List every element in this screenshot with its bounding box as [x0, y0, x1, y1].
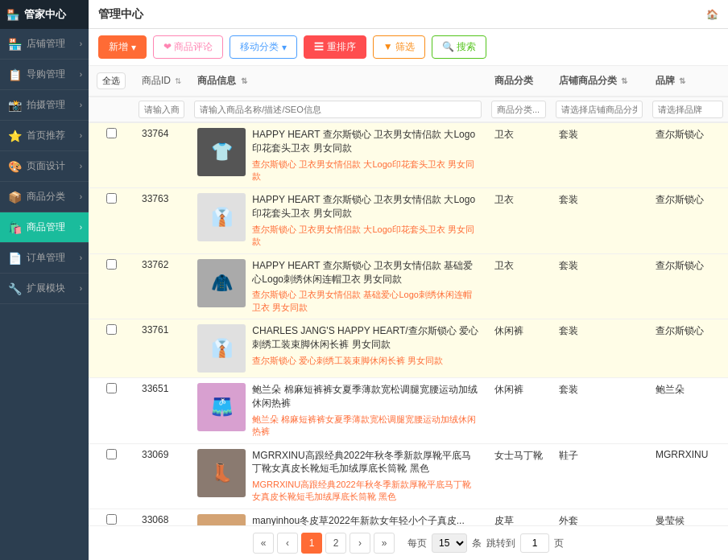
filter-id-cell [134, 97, 189, 122]
topbar-title: 管理中心 [98, 7, 143, 22]
home-icon[interactable]: 🏠 [706, 9, 718, 20]
table-row: 33651 🩳 鲍兰朵 棉麻短裤裤女夏季薄款宽松调腿宽腰运动加绒休闲热裤 鲍兰朵… [89, 378, 728, 443]
main-content: 管理中心 🏠 新增 ▾ ❤ 商品评论 移动分类 ▾ ☰ 重排序 ▼ 筛选 🔍 搜… [89, 0, 728, 560]
new-button[interactable]: 新增 ▾ [98, 35, 147, 59]
filter-id-input[interactable] [139, 101, 184, 118]
prev-page-btn[interactable]: ‹ [277, 533, 298, 554]
sidebar-item-home[interactable]: ⭐ 首页推荐 › [0, 121, 89, 151]
product-image: 🧥 [197, 259, 246, 307]
row-info: 👕 HAPPY HEART 查尔斯锁心 卫衣男女情侣款 大Logo印花套头卫衣 … [189, 122, 486, 188]
product-link[interactable]: MGRRXINU高跟经典2022年秋冬季新款厚靴平底马丁靴女真皮长靴短毛加绒厚底… [252, 479, 478, 504]
filter-row [89, 97, 728, 122]
row-checkbox[interactable] [106, 324, 117, 335]
page-1-btn[interactable]: 1 [301, 533, 322, 554]
products-icon: 🛍️ [8, 221, 22, 234]
store-icon: 🏪 [6, 9, 19, 21]
brand-sort-icon[interactable]: ⇅ [679, 76, 685, 85]
sidebar-item-category[interactable]: 📦 商品分类 › [0, 182, 89, 212]
row-category: 卫衣 [486, 122, 551, 188]
product-title: HAPPY HEART 查尔斯锁心 卫衣男女情侣款 大Logo印花套头卫衣 男女… [252, 128, 478, 155]
table-row: 33763 👔 HAPPY HEART 查尔斯锁心 卫衣男女情侣款 大Logo印… [89, 188, 728, 253]
product-link[interactable]: 查尔斯锁心 爱心刺绣工装束脚休闲长裤 男女同款 [252, 355, 478, 367]
sidebar-item-label: 商品分类 [27, 190, 65, 204]
row-store-category: 外套 [551, 509, 647, 525]
page-2-btn[interactable]: 2 [325, 533, 346, 554]
sidebar-item-label: 首页推荐 [27, 129, 65, 142]
product-link[interactable]: 查尔斯锁心 卫衣男女情侣款 大Logo印花套头卫衣 男女同款 [252, 159, 478, 183]
row-info: 👔 CHARLES JANG'S HAPPY HEART/查尔斯锁心 爱心刺绣工… [189, 319, 486, 378]
product-title: CHARLES JANG'S HAPPY HEART/查尔斯锁心 爱心刺绣工装束… [252, 324, 478, 352]
sort-button[interactable]: ☰ 重排序 [304, 35, 366, 59]
sidebar-item-extend[interactable]: 🔧 扩展模块 › [0, 274, 89, 304]
sidebar-item-label: 店铺管理 [27, 37, 65, 51]
per-page-select[interactable]: 15 20 50 [432, 533, 467, 553]
row-checkbox[interactable] [106, 514, 117, 525]
table-header-row: 全选 商品ID ⇅ 商品信息 ⇅ 商品分类 店铺商品分类 [89, 66, 728, 97]
table-row: 33764 👕 HAPPY HEART 查尔斯锁心 卫衣男女情侣款 大Logo印… [89, 122, 728, 188]
sidebar-item-guide[interactable]: 📋 导购管理 › [0, 60, 89, 90]
product-link[interactable]: 查尔斯锁心 卫衣男女情侣款 基础爱心Logo刺绣休闲连帽卫衣 男女同款 [252, 289, 478, 314]
filter-label: ▼ 筛选 [383, 40, 415, 54]
first-page-btn[interactable]: « [253, 533, 274, 554]
sort-label: ☰ 重排序 [314, 40, 355, 54]
info-sort-icon[interactable]: ⇅ [241, 76, 247, 85]
col-info: 商品信息 ⇅ [189, 66, 486, 97]
category-icon: 📦 [8, 191, 22, 204]
orders-icon: 📄 [8, 252, 22, 265]
filter-info-input[interactable] [194, 101, 482, 118]
row-checkbox[interactable] [106, 128, 117, 138]
row-category: 卫衣 [486, 188, 551, 253]
store-cat-sort-icon[interactable]: ⇅ [621, 76, 627, 85]
move-category-button[interactable]: 移动分类 ▾ [230, 35, 297, 59]
product-title: 鲍兰朵 棉麻短裤裤女夏季薄款宽松调腿宽腰运动加绒休闲热裤 [252, 383, 478, 410]
chevron-right-icon: › [80, 131, 82, 140]
row-checkbox[interactable] [106, 193, 117, 204]
row-id: 33763 [134, 188, 189, 253]
row-store-category: 套装 [551, 319, 647, 378]
sidebar-item-page[interactable]: 🎨 页面设计 › [0, 151, 89, 182]
product-link[interactable]: 鲍兰朵 棉麻短裤裤女夏季薄款宽松调腿宽腰运动加绒休闲热裤 [252, 414, 478, 439]
col-store-category: 店铺商品分类 ⇅ [551, 66, 647, 97]
id-sort-icon[interactable]: ⇅ [175, 76, 181, 85]
sidebar-item-orders[interactable]: 📄 订单管理 › [0, 243, 89, 274]
row-checkbox[interactable] [106, 383, 117, 393]
next-page-btn[interactable]: › [350, 533, 370, 554]
row-checkbox[interactable] [106, 259, 117, 270]
sidebar-item-strategy[interactable]: 📸 拍摄管理 › [0, 90, 89, 121]
row-brand: 查尔斯锁心 [647, 122, 728, 188]
product-title: HAPPY HEART 查尔斯锁心 卫衣男女情侣款 基础爱心Logo刺绣休闲连帽… [252, 259, 478, 286]
row-brand: 查尔斯锁心 [647, 319, 728, 378]
product-info-text: manyinhou冬皮草2022年新款女年轻小个子真皮... [252, 514, 478, 525]
product-title: HAPPY HEART 查尔斯锁心 卫衣男女情侣款 大Logo印花套头卫衣 男女… [252, 193, 478, 220]
chevron-right-icon: › [80, 101, 82, 109]
row-info: 👢 MGRRXINU高跟经典2022年秋冬季新款厚靴平底马丁靴女真皮长靴短毛加绒… [189, 443, 486, 509]
jump-input[interactable] [520, 533, 549, 553]
row-id: 33069 [134, 443, 189, 509]
product-info-text: HAPPY HEART 查尔斯锁心 卫衣男女情侣款 基础爱心Logo刺绣休闲连帽… [252, 259, 478, 314]
product-image: 👢 [197, 449, 246, 497]
last-page-btn[interactable]: » [374, 533, 395, 554]
toolbar: 新增 ▾ ❤ 商品评论 移动分类 ▾ ☰ 重排序 ▼ 筛选 🔍 搜索 [89, 29, 728, 66]
product-image: 🩳 [197, 383, 246, 431]
move-label: 移动分类 [240, 40, 279, 54]
table-row: 33762 🧥 HAPPY HEART 查尔斯锁心 卫衣男女情侣款 基础爱心Lo… [89, 253, 728, 319]
col-brand: 品牌 ⇅ [647, 66, 728, 97]
row-checkbox[interactable] [106, 449, 117, 459]
filter-button[interactable]: ▼ 筛选 [373, 35, 425, 59]
product-link[interactable]: 查尔斯锁心 卫衣男女情侣款 大Logo印花套头卫衣 男女同款 [252, 224, 478, 249]
sidebar-header: 🏪 管家中心 [0, 0, 89, 29]
home-icon: ⭐ [8, 130, 22, 142]
filter-category-input[interactable] [491, 101, 546, 118]
sidebar-item-products[interactable]: 🛍️ 商品管理 › [0, 212, 89, 243]
search-button[interactable]: 🔍 搜索 [432, 35, 486, 59]
store-icon: 🏪 [8, 38, 22, 51]
filter-brand-input[interactable] [652, 101, 723, 118]
select-all-button[interactable]: 全选 [97, 72, 126, 89]
table-row: 33069 👢 MGRRXINU高跟经典2022年秋冬季新款厚靴平底马丁靴女真皮… [89, 443, 728, 509]
review-button[interactable]: ❤ 商品评论 [153, 35, 223, 59]
sidebar-item-label: 拍摄管理 [27, 98, 65, 112]
filter-store-cat-input[interactable] [556, 101, 643, 118]
sidebar-item-label: 扩展模块 [27, 282, 65, 295]
row-brand: 鲍兰朵 [647, 378, 728, 443]
sidebar-item-store[interactable]: 🏪 店铺管理 › [0, 29, 89, 60]
